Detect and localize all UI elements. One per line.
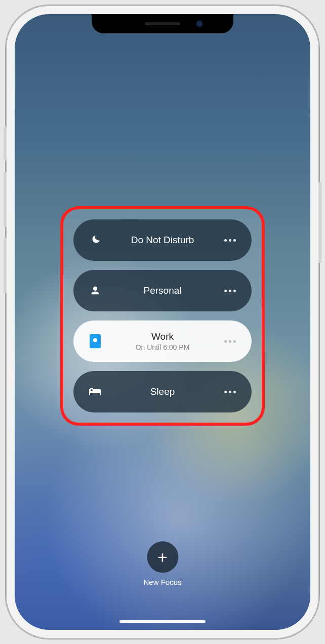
screen: Do Not Disturb Personal Work — [15, 14, 310, 630]
mute-switch — [4, 126, 7, 161]
new-focus-label: New Focus — [143, 578, 181, 586]
power-button — [318, 182, 321, 263]
bed-icon — [87, 387, 104, 397]
volume-down-button — [4, 238, 7, 293]
front-camera — [196, 20, 203, 27]
person-icon — [87, 285, 104, 296]
notch — [92, 14, 233, 33]
focus-item-work[interactable]: Work On Until 6:00 PM — [73, 320, 252, 362]
volume-up-button — [4, 172, 7, 227]
focus-item-sleep[interactable]: Sleep — [73, 371, 252, 412]
badge-icon — [87, 334, 104, 348]
more-options-button[interactable] — [221, 340, 238, 343]
focus-modes-panel: Do Not Disturb Personal Work — [60, 206, 265, 426]
focus-item-do-not-disturb[interactable]: Do Not Disturb — [73, 219, 252, 261]
new-focus: + New Focus — [143, 541, 181, 586]
moon-icon — [87, 234, 104, 246]
focus-item-label: Work — [104, 331, 221, 342]
focus-item-personal[interactable]: Personal — [73, 270, 252, 311]
new-focus-button[interactable]: + — [147, 541, 178, 573]
more-options-button[interactable] — [221, 239, 238, 242]
more-options-button[interactable] — [221, 391, 238, 393]
focus-item-label: Do Not Disturb — [104, 235, 221, 246]
focus-item-label: Personal — [104, 285, 221, 296]
focus-item-label: Sleep — [104, 386, 221, 397]
more-options-button[interactable] — [221, 290, 238, 292]
home-indicator[interactable] — [119, 620, 206, 623]
focus-item-status: On Until 6:00 PM — [104, 343, 221, 351]
plus-icon: + — [157, 547, 168, 567]
speaker-grille — [145, 22, 180, 25]
phone-frame: Do Not Disturb Personal Work — [6, 5, 319, 639]
